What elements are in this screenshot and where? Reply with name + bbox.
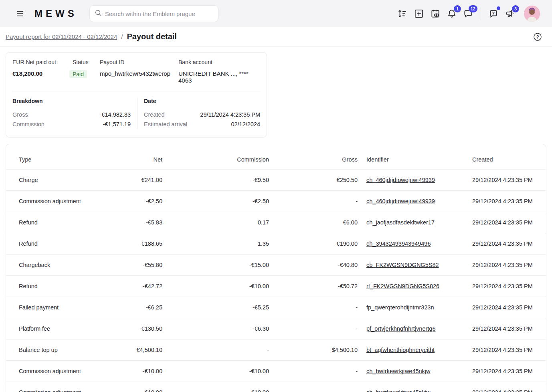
cell-gross: - [269,361,358,382]
user-avatar[interactable] [524,6,540,22]
cell-type: Commission adjustment [6,191,82,212]
cell-identifier: rf_FK2WGSN9DGNG5S826 [358,276,463,297]
cell-type: Failed payment [6,297,82,318]
cell-net: €241.00 [82,170,162,191]
payout-id-section: Payout ID mpo_hwtrkewr5432twerop [100,59,178,84]
status-section: Status Paid [73,59,100,84]
table-row: Commission adjustment -€2.50 -€2.50 - ch… [6,191,546,212]
identifier-link[interactable]: ch_jaofjasdfasdekltwker17 [366,219,435,226]
cell-gross: - [269,382,358,392]
cell-type: Commission adjustment [6,361,82,382]
table-row: Refund -€188.65 1.35 -€190.00 ch_3943249… [6,233,546,255]
cell-type: Charge [6,170,82,191]
page-help-button[interactable]: ? [532,31,543,42]
identifier-link[interactable]: ch_hwtrkewrkjtwe45nkjw [366,368,431,374]
identifier-link[interactable]: ch_460jdıjdıowejııwı49939 [366,177,435,183]
hamburger-icon [15,9,25,18]
cell-net: -€6.25 [82,297,162,318]
svg-text:?: ? [536,34,539,39]
cell-type: Commission adjustment [6,382,82,392]
status-badge: Paid [69,70,87,78]
breakdown-section: Breakdown Gross €14,982.33 Commission -€… [12,98,137,129]
cell-net: -€2.50 [82,191,162,212]
cell-gross: - [269,191,358,212]
cell-gross: -€40.80 [269,255,358,276]
table-row: Commission adjustment -€10.00 -€10.00 - … [6,361,546,382]
sort-list-icon [397,8,408,19]
messages-button[interactable]: 12 [463,8,474,19]
date-title: Date [144,98,260,104]
search-input[interactable] [105,10,213,17]
commission-label: Commission [12,121,44,127]
table-row: Charge €241.00 -€9.50 €250.50 ch_460jdıj… [6,170,546,191]
estimated-arrival-value: 02/12/2024 [231,121,260,127]
identifier-link[interactable]: ch_hwtrkewrkjtwe45nkjw [366,389,431,392]
net-paid-out-section: EUR Net paid out €18,200.00 [12,59,73,84]
cell-identifier: ch_39432493943949496 [358,233,463,255]
bank-account-label: Bank account [178,59,260,65]
identifier-link[interactable]: ch_39432493943949496 [366,240,431,247]
question-bubble-icon: ? [488,8,499,19]
table-row: Balance top up €4,500.10 - $4,500.10 bt_… [6,339,546,361]
announcements-button[interactable]: 3 [504,8,516,19]
help-circle-icon: ? [533,32,542,42]
breadcrumb-parent-link[interactable]: Payout report for 02/11/2024 - 02/12/202… [6,33,117,40]
hamburger-menu-button[interactable] [14,8,26,19]
global-search[interactable] [89,5,218,22]
identifier-link[interactable]: cb_FK2WGSN9DGNG5S82 [366,262,439,268]
cell-net: -€188.65 [82,233,162,255]
identifier-link[interactable]: ch_460jdıjdıowejııwı49939 [366,198,435,204]
availability-calendar-button[interactable] [430,8,441,19]
page-title: Payout detail [127,32,176,41]
estimated-arrival-label: Estimated arrival [144,121,187,127]
cell-commission: -€15.00 [162,255,269,276]
cell-created: 29/12/2024 4:23:35 PM [463,297,546,318]
bank-account-section: Bank account UNICREDIT BANK ..., **** 40… [178,59,260,84]
column-header-commission: Commission [162,144,269,170]
cell-commission: -€5.25 [162,297,269,318]
cell-commission: -€6.30 [162,318,269,339]
cell-gross: €6.00 [269,212,358,233]
messages-badge: 12 [469,5,477,12]
cell-net: €4,500.10 [82,339,162,361]
cell-commission: -€10.00 [162,361,269,382]
cell-identifier: pf_ortyjerkhngfnhrtjynertg6 [358,318,463,339]
cell-gross: - [269,318,358,339]
breakdown-title: Breakdown [12,98,131,104]
column-header-identifier: Identifier [358,144,463,170]
created-label: Created [144,111,165,118]
cell-identifier: ch_460jdıjdıowejııwı49939 [358,191,463,212]
cell-created: 29/12/2024 4:23:35 PM [463,318,546,339]
identifier-link[interactable]: fp_qwerqterohdijntmr323n [366,304,434,311]
cell-created: 29/12/2024 4:23:35 PM [463,212,546,233]
identifier-link[interactable]: pf_ortyjerkhngfnhrtjynertg6 [366,325,436,332]
notifications-button[interactable]: 1 [446,8,457,19]
cell-identifier: ch_jaofjasdfasdekltwker17 [358,212,463,233]
cell-commission: - [162,339,269,361]
search-icon [95,9,102,18]
queue-order-button[interactable] [397,8,408,19]
cell-type: Refund [6,212,82,233]
table-row: Chargeback -€55.80 -€15.00 -€40.80 cb_FK… [6,255,546,276]
cell-created: 29/12/2024 4:23:35 PM [463,382,546,392]
cell-commission: -€10.00 [162,276,269,297]
table-row: Failed payment -€6.25 -€5.25 - fp_qwerqt… [6,297,546,318]
cell-identifier: ch_460jdıjdıowejııwı49939 [358,170,463,191]
notifications-badge: 1 [454,5,461,12]
breadcrumb: Payout report for 02/11/2024 - 02/12/202… [0,27,552,46]
bank-account-value: UNICREDIT BANK ..., **** 4063 [178,70,260,84]
cell-net: -€130.50 [82,318,162,339]
cell-commission: -€10.00 [162,382,269,392]
identifier-link[interactable]: rf_FK2WGSN9DGNG5S826 [366,283,439,289]
cell-type: Refund [6,276,82,297]
create-new-button[interactable] [413,8,425,19]
cell-commission: -€2.50 [162,191,269,212]
column-header-created: Created [463,144,546,170]
cell-net: -€10.00 [82,382,162,392]
cell-created: 29/12/2024 4:23:35 PM [463,233,546,255]
cell-gross: $4,500.10 [269,339,358,361]
help-center-button[interactable]: ? [488,8,499,19]
cell-gross: - [269,297,358,318]
identifier-link[interactable]: bt_agfwhenthioghneryejtht [366,347,435,353]
table-row: Refund -€5.83 0.17 €6.00 ch_jaofjasdfasd… [6,212,546,233]
